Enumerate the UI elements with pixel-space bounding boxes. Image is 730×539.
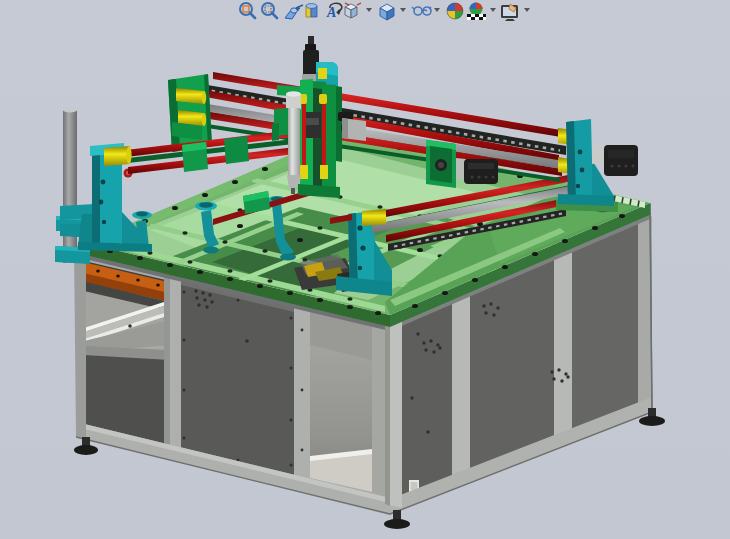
svg-text:A: A (326, 5, 336, 20)
